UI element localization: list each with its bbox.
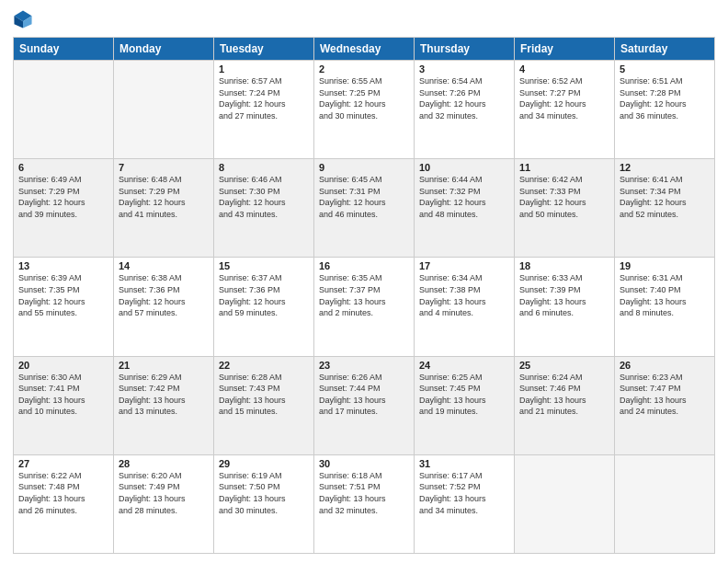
calendar-cell: 25Sunrise: 6:24 AM Sunset: 7:46 PM Dayli… [515, 356, 615, 454]
calendar-cell [114, 61, 214, 159]
day-info: Sunrise: 6:54 AM Sunset: 7:26 PM Dayligh… [419, 75, 509, 121]
calendar-cell: 22Sunrise: 6:28 AM Sunset: 7:43 PM Dayli… [214, 356, 314, 454]
calendar-cell: 28Sunrise: 6:20 AM Sunset: 7:49 PM Dayli… [114, 454, 214, 553]
day-number: 6 [18, 162, 108, 173]
calendar-header: SundayMondayTuesdayWednesdayThursdayFrid… [14, 38, 715, 61]
day-number: 20 [18, 360, 108, 371]
day-number: 16 [319, 260, 409, 271]
day-number: 15 [219, 260, 309, 271]
calendar-cell: 14Sunrise: 6:38 AM Sunset: 7:36 PM Dayli… [114, 258, 214, 356]
day-number: 17 [419, 260, 509, 271]
header [13, 9, 715, 29]
day-info: Sunrise: 6:25 AM Sunset: 7:45 PM Dayligh… [419, 372, 509, 418]
calendar-cell: 12Sunrise: 6:41 AM Sunset: 7:34 PM Dayli… [615, 159, 715, 258]
day-number: 7 [119, 162, 209, 173]
calendar-cell [515, 454, 615, 553]
day-info: Sunrise: 6:39 AM Sunset: 7:35 PM Dayligh… [18, 272, 108, 318]
calendar-cell: 17Sunrise: 6:34 AM Sunset: 7:38 PM Dayli… [415, 258, 515, 356]
weekday-header-wednesday: Wednesday [314, 38, 415, 61]
day-number: 4 [519, 63, 609, 75]
day-number: 3 [419, 63, 509, 75]
calendar-cell: 19Sunrise: 6:31 AM Sunset: 7:40 PM Dayli… [615, 258, 715, 356]
day-info: Sunrise: 6:24 AM Sunset: 7:46 PM Dayligh… [519, 372, 609, 418]
day-number: 10 [419, 162, 509, 173]
calendar-body: 1Sunrise: 6:57 AM Sunset: 7:24 PM Daylig… [14, 61, 715, 554]
day-info: Sunrise: 6:51 AM Sunset: 7:28 PM Dayligh… [620, 75, 710, 121]
day-info: Sunrise: 6:38 AM Sunset: 7:36 PM Dayligh… [119, 272, 209, 318]
logo-icon [13, 9, 33, 29]
day-info: Sunrise: 6:18 AM Sunset: 7:51 PM Dayligh… [319, 470, 409, 516]
day-info: Sunrise: 6:41 AM Sunset: 7:34 PM Dayligh… [620, 174, 710, 220]
day-number: 22 [219, 360, 309, 371]
day-info: Sunrise: 6:48 AM Sunset: 7:29 PM Dayligh… [119, 174, 209, 220]
weekday-header-thursday: Thursday [415, 38, 515, 61]
calendar: SundayMondayTuesdayWednesdayThursdayFrid… [13, 37, 715, 554]
day-info: Sunrise: 6:37 AM Sunset: 7:36 PM Dayligh… [219, 272, 309, 318]
day-info: Sunrise: 6:20 AM Sunset: 7:49 PM Dayligh… [119, 470, 209, 516]
page: SundayMondayTuesdayWednesdayThursdayFrid… [0, 0, 728, 563]
calendar-cell: 20Sunrise: 6:30 AM Sunset: 7:41 PM Dayli… [14, 356, 114, 454]
calendar-cell: 11Sunrise: 6:42 AM Sunset: 7:33 PM Dayli… [515, 159, 615, 258]
weekday-header-friday: Friday [515, 38, 615, 61]
day-number: 31 [419, 458, 509, 469]
calendar-week-3: 13Sunrise: 6:39 AM Sunset: 7:35 PM Dayli… [14, 258, 715, 356]
calendar-cell: 31Sunrise: 6:17 AM Sunset: 7:52 PM Dayli… [415, 454, 515, 553]
day-number: 11 [519, 162, 609, 173]
calendar-cell [615, 454, 715, 553]
calendar-cell: 5Sunrise: 6:51 AM Sunset: 7:28 PM Daylig… [615, 61, 715, 159]
calendar-week-4: 20Sunrise: 6:30 AM Sunset: 7:41 PM Dayli… [14, 356, 715, 454]
day-info: Sunrise: 6:17 AM Sunset: 7:52 PM Dayligh… [419, 470, 509, 516]
calendar-cell: 15Sunrise: 6:37 AM Sunset: 7:36 PM Dayli… [214, 258, 314, 356]
day-number: 19 [620, 260, 710, 271]
day-info: Sunrise: 6:34 AM Sunset: 7:38 PM Dayligh… [419, 272, 509, 318]
day-info: Sunrise: 6:45 AM Sunset: 7:31 PM Dayligh… [319, 174, 409, 220]
calendar-week-2: 6Sunrise: 6:49 AM Sunset: 7:29 PM Daylig… [14, 159, 715, 258]
calendar-cell: 7Sunrise: 6:48 AM Sunset: 7:29 PM Daylig… [114, 159, 214, 258]
day-info: Sunrise: 6:52 AM Sunset: 7:27 PM Dayligh… [519, 75, 609, 121]
day-number: 29 [219, 458, 309, 469]
day-info: Sunrise: 6:29 AM Sunset: 7:42 PM Dayligh… [119, 372, 209, 418]
weekday-header-monday: Monday [114, 38, 214, 61]
calendar-cell: 1Sunrise: 6:57 AM Sunset: 7:24 PM Daylig… [214, 61, 314, 159]
calendar-cell: 21Sunrise: 6:29 AM Sunset: 7:42 PM Dayli… [114, 356, 214, 454]
day-info: Sunrise: 6:35 AM Sunset: 7:37 PM Dayligh… [319, 272, 409, 318]
weekday-header-saturday: Saturday [615, 38, 715, 61]
day-info: Sunrise: 6:44 AM Sunset: 7:32 PM Dayligh… [419, 174, 509, 220]
day-number: 14 [119, 260, 209, 271]
calendar-cell: 26Sunrise: 6:23 AM Sunset: 7:47 PM Dayli… [615, 356, 715, 454]
day-number: 9 [319, 162, 409, 173]
day-info: Sunrise: 6:19 AM Sunset: 7:50 PM Dayligh… [219, 470, 309, 516]
logo [13, 9, 37, 29]
calendar-cell: 13Sunrise: 6:39 AM Sunset: 7:35 PM Dayli… [14, 258, 114, 356]
day-info: Sunrise: 6:22 AM Sunset: 7:48 PM Dayligh… [18, 470, 108, 516]
day-number: 27 [18, 458, 108, 469]
day-info: Sunrise: 6:28 AM Sunset: 7:43 PM Dayligh… [219, 372, 309, 418]
calendar-cell: 2Sunrise: 6:55 AM Sunset: 7:25 PM Daylig… [314, 61, 415, 159]
day-number: 18 [519, 260, 609, 271]
calendar-cell: 8Sunrise: 6:46 AM Sunset: 7:30 PM Daylig… [214, 159, 314, 258]
day-info: Sunrise: 6:49 AM Sunset: 7:29 PM Dayligh… [18, 174, 108, 220]
day-number: 21 [119, 360, 209, 371]
calendar-cell: 9Sunrise: 6:45 AM Sunset: 7:31 PM Daylig… [314, 159, 415, 258]
calendar-cell: 16Sunrise: 6:35 AM Sunset: 7:37 PM Dayli… [314, 258, 415, 356]
day-info: Sunrise: 6:30 AM Sunset: 7:41 PM Dayligh… [18, 372, 108, 418]
day-number: 30 [319, 458, 409, 469]
weekday-row: SundayMondayTuesdayWednesdayThursdayFrid… [14, 38, 715, 61]
calendar-cell: 23Sunrise: 6:26 AM Sunset: 7:44 PM Dayli… [314, 356, 415, 454]
day-info: Sunrise: 6:26 AM Sunset: 7:44 PM Dayligh… [319, 372, 409, 418]
calendar-cell: 6Sunrise: 6:49 AM Sunset: 7:29 PM Daylig… [14, 159, 114, 258]
calendar-cell: 4Sunrise: 6:52 AM Sunset: 7:27 PM Daylig… [515, 61, 615, 159]
calendar-cell: 24Sunrise: 6:25 AM Sunset: 7:45 PM Dayli… [415, 356, 515, 454]
day-info: Sunrise: 6:46 AM Sunset: 7:30 PM Dayligh… [219, 174, 309, 220]
weekday-header-sunday: Sunday [14, 38, 114, 61]
day-number: 8 [219, 162, 309, 173]
day-number: 1 [219, 63, 309, 75]
calendar-cell: 27Sunrise: 6:22 AM Sunset: 7:48 PM Dayli… [14, 454, 114, 553]
day-info: Sunrise: 6:23 AM Sunset: 7:47 PM Dayligh… [620, 372, 710, 418]
day-number: 2 [319, 63, 409, 75]
calendar-week-5: 27Sunrise: 6:22 AM Sunset: 7:48 PM Dayli… [14, 454, 715, 553]
day-info: Sunrise: 6:55 AM Sunset: 7:25 PM Dayligh… [319, 75, 409, 121]
day-info: Sunrise: 6:42 AM Sunset: 7:33 PM Dayligh… [519, 174, 609, 220]
calendar-cell: 30Sunrise: 6:18 AM Sunset: 7:51 PM Dayli… [314, 454, 415, 553]
day-number: 23 [319, 360, 409, 371]
